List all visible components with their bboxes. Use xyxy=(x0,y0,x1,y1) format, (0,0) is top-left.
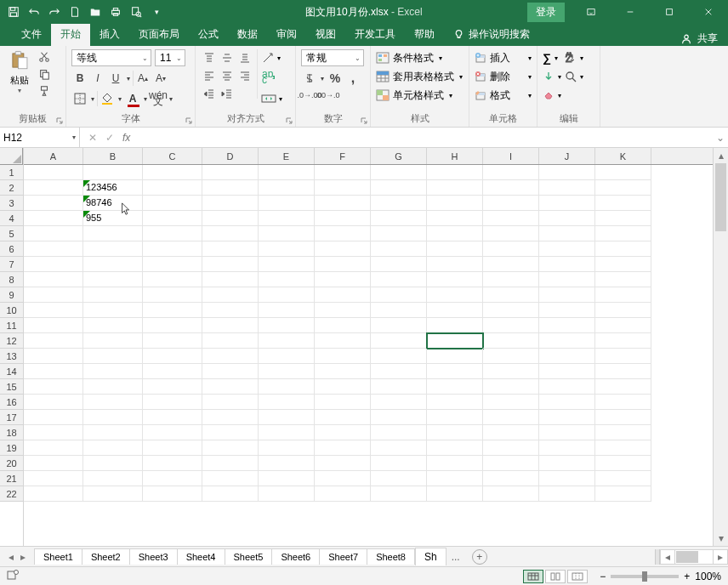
ribbon-options-icon[interactable] xyxy=(572,0,611,24)
cell[interactable] xyxy=(24,333,83,349)
cell[interactable] xyxy=(83,241,143,257)
delete-cells-button[interactable]: 删除▾ xyxy=(475,68,532,85)
tab-developer[interactable]: 开发工具 xyxy=(345,23,405,46)
cell[interactable] xyxy=(83,395,143,410)
cell[interactable] xyxy=(24,486,83,502)
cell[interactable] xyxy=(24,410,83,425)
cell[interactable] xyxy=(259,226,315,241)
cell[interactable] xyxy=(539,471,595,486)
cell[interactable] xyxy=(483,226,539,241)
cell[interactable] xyxy=(24,471,83,486)
cell[interactable] xyxy=(427,364,483,379)
cell[interactable]: 123456 xyxy=(83,180,143,196)
tab-review[interactable]: 审阅 xyxy=(267,23,306,46)
cell[interactable] xyxy=(24,303,83,318)
cell[interactable] xyxy=(595,440,651,456)
cell[interactable] xyxy=(202,440,259,456)
cell[interactable] xyxy=(143,272,202,287)
cell[interactable] xyxy=(427,333,483,349)
cell[interactable] xyxy=(315,257,371,272)
format-painter-icon[interactable] xyxy=(37,85,51,99)
cell[interactable] xyxy=(371,395,427,410)
cell[interactable] xyxy=(483,410,539,425)
cell[interactable] xyxy=(371,272,427,287)
cell[interactable] xyxy=(371,226,427,241)
cell[interactable] xyxy=(427,456,483,471)
font-name-combo[interactable]: 等线⌄ xyxy=(71,49,151,66)
cell[interactable] xyxy=(371,486,427,502)
cell[interactable] xyxy=(539,349,595,364)
cell[interactable] xyxy=(143,226,202,241)
cell[interactable] xyxy=(539,303,595,318)
save-icon[interactable] xyxy=(7,5,20,19)
horizontal-scrollbar[interactable]: ◂ ▸ xyxy=(655,547,728,566)
cell[interactable] xyxy=(24,196,83,211)
close-icon[interactable] xyxy=(689,0,728,24)
cell[interactable] xyxy=(595,226,651,241)
cell[interactable] xyxy=(83,303,143,318)
sort-filter-icon[interactable]: AZ▾ xyxy=(565,49,583,66)
cell[interactable] xyxy=(143,257,202,272)
cell[interactable] xyxy=(143,349,202,364)
cell[interactable] xyxy=(83,165,143,180)
vertical-scrollbar[interactable]: ▴ ▾ xyxy=(713,148,728,546)
align-top-icon[interactable] xyxy=(201,49,218,66)
cell[interactable] xyxy=(24,180,83,196)
cell[interactable] xyxy=(315,349,371,364)
italic-button[interactable]: I xyxy=(89,70,106,87)
find-select-icon[interactable]: ▾ xyxy=(565,68,583,85)
cell[interactable] xyxy=(24,349,83,364)
font-launcher-icon[interactable] xyxy=(185,116,193,124)
cell[interactable] xyxy=(595,303,651,318)
redo-icon[interactable] xyxy=(48,5,61,19)
cell[interactable] xyxy=(539,379,595,395)
row-header[interactable]: 19 xyxy=(0,440,23,456)
row-header[interactable]: 9 xyxy=(0,287,23,303)
fx-icon[interactable]: fx xyxy=(122,132,130,144)
row-header[interactable]: 20 xyxy=(0,456,23,471)
cell[interactable] xyxy=(202,241,259,257)
column-header[interactable]: E xyxy=(259,148,315,164)
cell[interactable] xyxy=(595,471,651,486)
sheet-tab[interactable]: Sheet7 xyxy=(320,548,367,565)
cell[interactable] xyxy=(202,456,259,471)
cell[interactable] xyxy=(483,364,539,379)
cell[interactable] xyxy=(83,333,143,349)
cell[interactable] xyxy=(427,180,483,196)
cell[interactable] xyxy=(539,226,595,241)
zoom-in-icon[interactable]: + xyxy=(684,571,690,582)
cell[interactable] xyxy=(483,456,539,471)
fill-icon[interactable]: ▾ xyxy=(543,68,561,85)
cell[interactable] xyxy=(259,471,315,486)
cell[interactable] xyxy=(371,303,427,318)
cell[interactable] xyxy=(202,364,259,379)
cell[interactable] xyxy=(427,165,483,180)
cell[interactable] xyxy=(427,226,483,241)
cells-grid[interactable]: 12345698746955 xyxy=(24,165,713,502)
merge-center-icon[interactable]: ▾ xyxy=(261,90,282,107)
cell[interactable] xyxy=(315,226,371,241)
row-header[interactable]: 15 xyxy=(0,379,23,395)
column-header[interactable]: A xyxy=(24,148,83,164)
cell[interactable] xyxy=(315,395,371,410)
column-header[interactable]: H xyxy=(427,148,483,164)
cell[interactable] xyxy=(143,395,202,410)
hscroll-thumb[interactable] xyxy=(676,551,698,563)
align-bottom-icon[interactable] xyxy=(236,49,253,66)
row-header[interactable]: 18 xyxy=(0,425,23,440)
cell[interactable] xyxy=(427,379,483,395)
cell[interactable] xyxy=(595,318,651,333)
cell[interactable] xyxy=(143,410,202,425)
cell[interactable] xyxy=(315,379,371,395)
expand-formula-bar-icon[interactable]: ⌄ xyxy=(713,132,728,144)
row-header[interactable]: 10 xyxy=(0,303,23,318)
cell[interactable] xyxy=(371,364,427,379)
accounting-format-icon[interactable] xyxy=(301,70,318,87)
cell[interactable] xyxy=(24,440,83,456)
cell[interactable] xyxy=(427,257,483,272)
cell[interactable] xyxy=(143,486,202,502)
row-header[interactable]: 14 xyxy=(0,364,23,379)
cell[interactable] xyxy=(259,211,315,226)
cell[interactable] xyxy=(427,471,483,486)
enter-formula-icon[interactable]: ✓ xyxy=(105,132,114,144)
